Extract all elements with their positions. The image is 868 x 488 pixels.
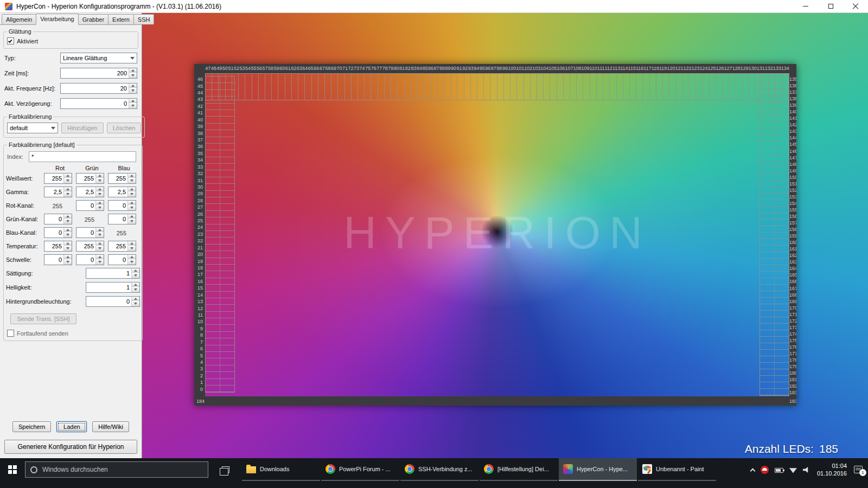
- spin-down-icon[interactable]: [128, 219, 136, 224]
- action-center-button[interactable]: 1: [854, 466, 863, 473]
- smoothing-enabled-checkbox[interactable]: Aktiviert: [6, 36, 136, 46]
- maximize-button[interactable]: [818, 0, 843, 12]
- spinbox[interactable]: 0: [44, 227, 72, 238]
- spin-up-icon[interactable]: [64, 228, 72, 232]
- taskbar-clock[interactable]: 01:04 01.10.2016: [817, 462, 847, 478]
- spin-down-icon[interactable]: [128, 205, 136, 210]
- spin-down-icon[interactable]: [96, 246, 104, 251]
- load-button[interactable]: Laden: [56, 421, 87, 432]
- spin-down-icon[interactable]: [64, 246, 72, 251]
- spinbox[interactable]: 2,5: [108, 187, 136, 197]
- spin-up-icon[interactable]: [129, 68, 137, 73]
- spin-up-icon[interactable]: [129, 84, 137, 88]
- spin-down-icon[interactable]: [128, 191, 136, 197]
- spinbox[interactable]: 1: [86, 268, 140, 279]
- task-view-button[interactable]: [215, 458, 237, 481]
- spin-down-icon[interactable]: [128, 178, 136, 183]
- spin-down-icon[interactable]: [129, 73, 137, 78]
- index-input[interactable]: [29, 151, 136, 162]
- spin-up-icon[interactable]: [96, 201, 104, 205]
- search-input[interactable]: [42, 466, 208, 473]
- spinbox[interactable]: 255: [108, 173, 136, 184]
- spin-down-icon[interactable]: [129, 88, 137, 93]
- spinbox[interactable]: 0: [108, 254, 136, 265]
- spinbox[interactable]: 0: [86, 296, 140, 307]
- spin-up-icon[interactable]: [96, 241, 104, 246]
- spin-up-icon[interactable]: [129, 99, 137, 103]
- spin-up-icon[interactable]: [64, 241, 72, 246]
- tab-allgemein[interactable]: Allgemein: [2, 14, 36, 24]
- spin-up-icon[interactable]: [64, 187, 72, 191]
- spin-down-icon[interactable]: [129, 103, 137, 108]
- spinbox[interactable]: 0: [76, 200, 104, 211]
- battery-icon[interactable]: [775, 468, 783, 473]
- spin-up-icon[interactable]: [128, 241, 136, 246]
- spinbox[interactable]: 0: [108, 214, 136, 224]
- spin-down-icon[interactable]: [132, 287, 139, 292]
- taskbar-item[interactable]: Downloads: [242, 458, 320, 481]
- spin-down-icon[interactable]: [128, 246, 136, 251]
- chevron-up-icon[interactable]: [750, 468, 755, 473]
- time-spinbox[interactable]: 200: [60, 68, 137, 79]
- taskbar-item[interactable]: Unbenannt - Paint: [638, 458, 716, 481]
- spinbox[interactable]: 0: [76, 227, 104, 238]
- spin-down-icon[interactable]: [128, 259, 136, 265]
- antivirus-icon[interactable]: [761, 466, 769, 474]
- generate-config-button[interactable]: Generiere Konfiguration für Hyperion: [4, 440, 137, 454]
- spinbox[interactable]: 1: [86, 282, 140, 293]
- spin-down-icon[interactable]: [64, 219, 72, 224]
- start-button[interactable]: [0, 458, 25, 481]
- tab-grabber[interactable]: Grabber: [78, 14, 108, 24]
- spin-down-icon[interactable]: [96, 232, 104, 237]
- spinbox[interactable]: 255: [44, 241, 72, 252]
- profile-select[interactable]: default: [7, 123, 58, 133]
- taskbar-item[interactable]: PowerPi Forum - ...: [321, 458, 399, 481]
- frequency-spinbox[interactable]: 20: [60, 83, 137, 94]
- delete-profile-button[interactable]: Löschen: [107, 123, 142, 133]
- spin-up-icon[interactable]: [128, 174, 136, 178]
- wifi-icon[interactable]: [789, 467, 797, 473]
- spin-up-icon[interactable]: [64, 255, 72, 259]
- spinbox[interactable]: 255: [76, 173, 104, 184]
- spinbox[interactable]: 255: [76, 241, 104, 252]
- spin-up-icon[interactable]: [128, 187, 136, 191]
- spin-down-icon[interactable]: [96, 191, 104, 197]
- spin-down-icon[interactable]: [64, 191, 72, 197]
- taskbar-item[interactable]: SSH-Verbindung z...: [400, 458, 478, 481]
- continuous-send-checkbox[interactable]: Fortlaufend senden: [6, 329, 140, 338]
- spin-down-icon[interactable]: [132, 273, 139, 278]
- spin-up-icon[interactable]: [96, 255, 104, 259]
- spinbox[interactable]: 2,5: [44, 187, 72, 197]
- send-transform-button[interactable]: Sende Trans. [SSH]: [10, 313, 76, 324]
- spin-up-icon[interactable]: [64, 174, 72, 178]
- spin-up-icon[interactable]: [64, 214, 72, 219]
- spin-up-icon[interactable]: [96, 174, 104, 178]
- spin-down-icon[interactable]: [64, 259, 72, 265]
- spin-up-icon[interactable]: [128, 214, 136, 219]
- spinbox[interactable]: 0: [108, 200, 136, 211]
- spin-up-icon[interactable]: [96, 187, 104, 191]
- tab-ssh[interactable]: SSH: [133, 14, 155, 24]
- spin-up-icon[interactable]: [96, 228, 104, 232]
- spinbox[interactable]: 255: [44, 173, 72, 184]
- spin-down-icon[interactable]: [64, 232, 72, 237]
- tab-verarbeitung[interactable]: Verarbeitung: [36, 14, 78, 25]
- spin-up-icon[interactable]: [132, 297, 139, 301]
- spinbox[interactable]: 0: [44, 254, 72, 265]
- help-button[interactable]: Hilfe/Wiki: [92, 421, 129, 432]
- spin-up-icon[interactable]: [128, 201, 136, 205]
- spin-up-icon[interactable]: [132, 268, 139, 273]
- minimize-button[interactable]: [793, 0, 818, 12]
- volume-icon[interactable]: [803, 467, 811, 473]
- add-profile-button[interactable]: Hinzufügen: [61, 123, 104, 133]
- spin-up-icon[interactable]: [128, 255, 136, 259]
- spinbox[interactable]: 255: [108, 241, 136, 252]
- taskbar-item[interactable]: [Hilfestellung] Dei...: [480, 458, 558, 481]
- spin-down-icon[interactable]: [96, 205, 104, 210]
- spin-up-icon[interactable]: [132, 282, 139, 287]
- close-button[interactable]: [843, 0, 868, 12]
- save-button[interactable]: Speichern: [12, 421, 52, 432]
- spin-down-icon[interactable]: [64, 178, 72, 183]
- spinbox[interactable]: 0: [44, 214, 72, 224]
- spinbox[interactable]: 2,5: [76, 187, 104, 197]
